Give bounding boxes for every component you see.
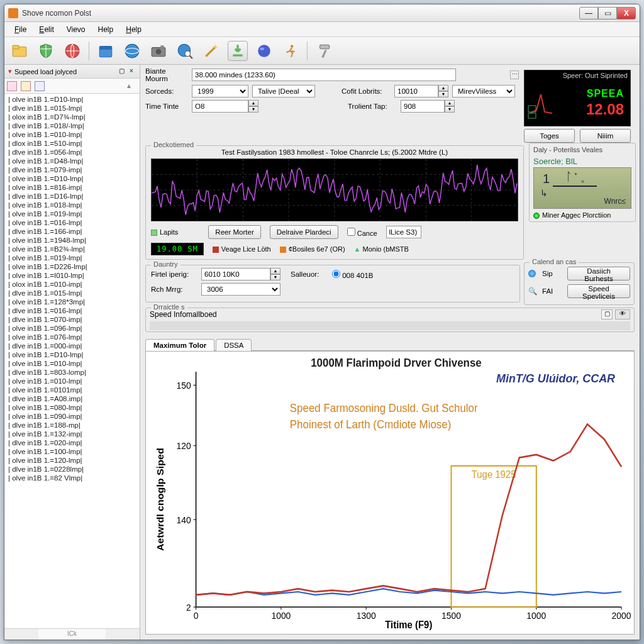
list-item[interactable]: | olve in1B 1.=82 Vlmp|	[4, 474, 140, 482]
list-item[interactable]: | olve in1B 1.=816-imp|	[4, 183, 140, 192]
tool-camera-icon[interactable]	[148, 41, 169, 61]
list-item[interactable]: | olox in1B 1.=010-imp|	[4, 280, 140, 289]
list-item[interactable]: | olve in1B 1.=D226-lmp|	[4, 262, 140, 271]
tool-wand-icon[interactable]	[201, 41, 221, 61]
menu-help2[interactable]: Help	[121, 24, 147, 35]
chart-area[interactable]: 1000M Flarimpoid Drver Chivense MinT/G U…	[145, 351, 635, 635]
collapse-icon[interactable]: ▾	[8, 67, 12, 75]
list-item[interactable]: | dlve in1B 1.=0228lmp|	[4, 465, 140, 474]
sidetool-2-icon[interactable]	[21, 81, 31, 91]
file-list[interactable]: | olve in1B 1.=D10-lmp|| dlve in1B 1.=01…	[4, 94, 140, 628]
menu-view[interactable]: Vievo	[62, 24, 91, 35]
niim-button[interactable]: Niiim	[580, 129, 631, 143]
lice-input[interactable]	[386, 226, 421, 238]
list-item[interactable]: | olve in1B 1.=016-lmp|	[4, 218, 140, 227]
menu-help1[interactable]: Help	[93, 24, 119, 35]
list-item[interactable]: | dlve in1B 1.=A08.imp|	[4, 394, 140, 403]
list-item[interactable]: | olve in1B 1.=132-imp|	[4, 430, 140, 438]
list-item[interactable]: | olve in1B 1.=B2¾-lmp|	[4, 245, 140, 253]
salleuor-radio[interactable]	[332, 270, 340, 278]
list-item[interactable]: | dlve in1B 1.=166-imp|	[4, 227, 140, 236]
menu-edit[interactable]: Eelit	[34, 24, 58, 35]
mode-select[interactable]: Talive |Deeal	[252, 85, 315, 97]
list-item[interactable]: | olve in1B 1.=100-lmp|	[4, 447, 140, 456]
list-item[interactable]: | olve in1B 1.=1948-lmp|	[4, 236, 140, 245]
rch-select[interactable]: 3006	[201, 283, 280, 296]
cofit-up[interactable]: ▲	[438, 85, 448, 91]
list-item[interactable]: | dlve in1B 1.=803-lomp|	[4, 368, 140, 377]
tool-hammer-icon[interactable]	[314, 41, 334, 61]
toges-button[interactable]: Toges	[524, 129, 575, 143]
cofit-input[interactable]	[394, 85, 438, 97]
list-item[interactable]: | dlve in1B 1.=015-lmp|	[4, 104, 140, 113]
tool-calendar-icon[interactable]	[96, 41, 116, 61]
list-item[interactable]: | dlve in1B 1.=079-imp|	[4, 165, 140, 174]
tab-maximum-tolor[interactable]: Maximum Tolor	[145, 339, 214, 351]
list-item[interactable]: | olve in1B 1.=D48-lmp|	[4, 157, 140, 165]
list-item[interactable]: | olve in1B 1.=D10-lmp|	[4, 174, 140, 183]
list-item[interactable]: | olve in1B 1.=I010-lmp|	[4, 271, 140, 280]
list-item[interactable]: | olve in1B 1.=010-lmp|	[4, 377, 140, 386]
list-item[interactable]: | olox in1B 1.=D7¾-lmp|	[4, 113, 140, 121]
header-info-icon[interactable]: ⋯	[510, 70, 519, 79]
list-item[interactable]: | olve in1B 1.=D10-lmp|	[4, 95, 140, 104]
list-item[interactable]: | dlox in1B 1.=510-imp|	[4, 139, 140, 148]
list-item[interactable]: | olve in1B 1.=076-lmp|	[4, 333, 140, 341]
trolient-input[interactable]	[401, 100, 445, 113]
tool-shield-icon[interactable]	[36, 41, 56, 61]
pin-icon[interactable]: ▢	[117, 67, 126, 76]
sidebar-close-icon[interactable]: ×	[127, 67, 136, 76]
list-item[interactable]: | olve in1B 1.=096-lmp|	[4, 324, 140, 333]
list-item[interactable]: | dlve in1B 1.=000-imp|	[4, 341, 140, 350]
list-item[interactable]: | dlve in1B 1.=018/-lmp|	[4, 121, 140, 130]
close-button[interactable]: X	[617, 7, 636, 19]
list-item[interactable]: | dlve in1B 1.=020-imp|	[4, 438, 140, 447]
cofit-down[interactable]: ▼	[438, 91, 448, 97]
tool-folder-icon[interactable]	[9, 41, 30, 61]
cance-checkbox[interactable]	[347, 228, 355, 236]
mirev-select[interactable]: MirevViiless	[452, 85, 515, 97]
list-item[interactable]: | dlve in1B 1.=016-lmp|	[4, 306, 140, 315]
list-item[interactable]: | olve in1B 1.=D10-lmp|	[4, 350, 140, 359]
maximize-button[interactable]: ▭	[598, 7, 617, 19]
tool-globe-red-icon[interactable]	[62, 41, 82, 61]
list-item[interactable]: | dlve in1B 1.=056-lmp|	[4, 148, 140, 157]
list-item[interactable]: | olve in1B 1.=0101mp|	[4, 386, 140, 394]
tab-dssa[interactable]: DSSA	[216, 339, 252, 351]
list-item[interactable]: | olve in1B 1.=018-lmp|	[4, 201, 140, 209]
list-item[interactable]: | olve in1B 1.=010-lmp|	[4, 130, 140, 139]
sorceds-select[interactable]: 1999	[192, 85, 248, 97]
menu-file[interactable]: File	[9, 24, 31, 35]
reer-button[interactable]: Reer Morter	[208, 225, 260, 239]
draictes-btn1[interactable]: ▢	[601, 309, 613, 319]
firtel-input[interactable]	[201, 268, 270, 280]
list-item[interactable]: | olve in1B 1.=080-lmp|	[4, 403, 140, 412]
minimize-button[interactable]: —	[579, 7, 598, 19]
list-item[interactable]: | olve in1B 1.=090-imp|	[4, 412, 140, 421]
scroll-left[interactable]	[4, 629, 38, 640]
tool-runner-icon[interactable]	[280, 41, 301, 61]
list-item[interactable]: | dlve in1B 1.=D16-lmp|	[4, 192, 140, 201]
sidetool-3-icon[interactable]	[35, 81, 45, 91]
list-item[interactable]: | olve in1B 1.=019-lmp|	[4, 253, 140, 262]
delraive-button[interactable]: Delraive Plardeci	[270, 225, 338, 239]
tool-download-icon[interactable]	[228, 41, 248, 61]
draictes-btn2[interactable]: 👁	[615, 309, 630, 319]
timetinte-input[interactable]	[192, 100, 248, 113]
dasiich-button[interactable]: Dasiich Burhests	[567, 267, 630, 280]
speed-button[interactable]: Speed Spevliceis	[567, 284, 630, 298]
header-value-input[interactable]	[192, 69, 456, 81]
list-item[interactable]: | olve in1B 1.=128*3mp|	[4, 297, 140, 306]
tool-sphere-icon[interactable]	[254, 41, 274, 61]
tool-globe-search-icon[interactable]	[175, 41, 195, 61]
sidetool-1-icon[interactable]	[7, 81, 17, 91]
sidebar-up-icon[interactable]: ▴	[127, 81, 137, 91]
list-item[interactable]: | dlve in1B 1.=015-lmp|	[4, 289, 140, 297]
list-item[interactable]: | olve in1B 1.=019-lmp|	[4, 209, 140, 218]
list-item[interactable]: | dlve in1B 1.=188-mp|	[4, 421, 140, 430]
waveform-display[interactable]	[151, 158, 518, 221]
titlebar[interactable]: Shove ncomon Polst — ▭ X	[4, 4, 640, 22]
list-item[interactable]: | olve in1B 1.=010-lmp|	[4, 359, 140, 368]
list-item[interactable]: | dlve in1B 1.=070-imp|	[4, 315, 140, 324]
list-item[interactable]: | olve in1B 1.=120-lmp|	[4, 456, 140, 465]
